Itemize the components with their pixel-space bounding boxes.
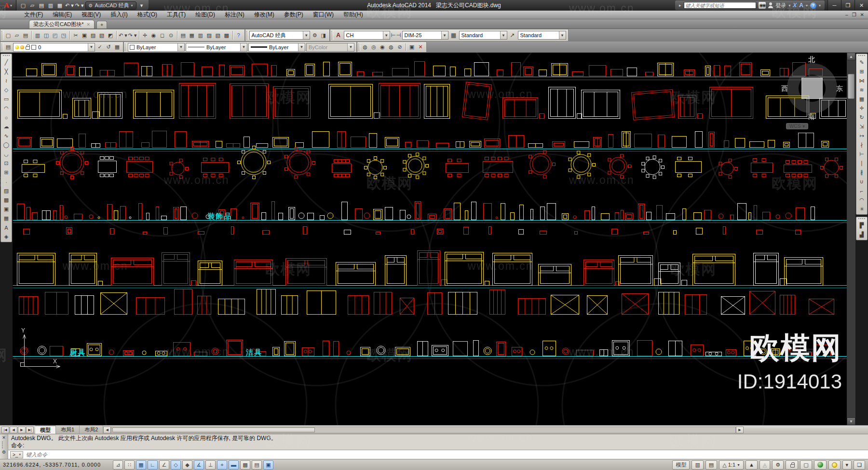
match-properties-icon[interactable]: ▧ bbox=[98, 31, 106, 39]
minimize-button[interactable]: ─ bbox=[827, 0, 841, 11]
search-icon[interactable]: ◉◉ bbox=[759, 2, 766, 9]
qat-redo-icon[interactable]: ↷ ▾ bbox=[75, 1, 84, 9]
polar-toggle[interactable]: ∠ bbox=[159, 460, 169, 470]
layer-previous-icon[interactable]: ↺ bbox=[105, 43, 112, 51]
transparency-toggle[interactable]: ▩ bbox=[240, 460, 250, 470]
designcenter-icon[interactable]: ▦ bbox=[188, 31, 196, 39]
circle-icon[interactable]: ○ bbox=[2, 113, 11, 122]
dim-style-combo[interactable]: DIM-25 ▼ bbox=[402, 31, 448, 40]
scroll-down-icon[interactable]: ▼ bbox=[847, 417, 855, 425]
annotation-visibility-icon[interactable]: ▲ bbox=[746, 460, 758, 470]
save-icon[interactable]: ▤ bbox=[22, 31, 29, 39]
plot-preview-icon[interactable]: ◫ bbox=[42, 31, 50, 39]
view-globe-slash-icon[interactable]: ⊘ bbox=[396, 43, 404, 51]
explode-icon[interactable]: ✳ bbox=[857, 205, 866, 213]
scroll-up-icon[interactable]: ▲ bbox=[847, 53, 855, 60]
layer-combo[interactable]: 0 ▼ bbox=[13, 43, 95, 52]
restore-button[interactable]: ❐ bbox=[841, 0, 854, 11]
menu-item-8[interactable]: 修改(M) bbox=[249, 11, 279, 19]
join-icon[interactable]: ∪ bbox=[857, 178, 866, 186]
hatch-icon[interactable]: ▨ bbox=[2, 187, 11, 195]
qat-plot-icon[interactable]: ▦ bbox=[56, 1, 64, 9]
auto-annotation-icon[interactable]: ◬ bbox=[760, 460, 770, 470]
create-block-icon[interactable]: ⊞ bbox=[2, 168, 11, 177]
layout-tab-布局2[interactable]: 布局2 bbox=[80, 426, 103, 434]
workspace-combo[interactable]: AutoCAD 经典 ▼ bbox=[249, 31, 310, 40]
view-globe-icon-2[interactable]: ◎ bbox=[370, 43, 378, 51]
workspace-switcher[interactable]: ⚙ AutoCAD 经典 ▾ bbox=[85, 1, 136, 10]
menu-item-3[interactable]: 插入(I) bbox=[106, 11, 132, 19]
view-globe-icon-4[interactable]: ◍ bbox=[387, 43, 395, 51]
grid-toggle[interactable]: ▦ bbox=[136, 460, 146, 470]
command-grip[interactable] bbox=[2, 442, 6, 448]
coordinates-display[interactable]: 321696.6224, -53357.7011, 0.0000 bbox=[3, 462, 111, 468]
construction-line-icon[interactable]: ╳ bbox=[2, 68, 11, 76]
vertical-scrollbar[interactable]: ▲ ▼ bbox=[847, 53, 855, 425]
dynamic-input-toggle[interactable]: + bbox=[217, 460, 227, 470]
close-icon[interactable]: ✕ bbox=[87, 22, 91, 27]
new-tab-button[interactable]: + bbox=[96, 21, 107, 28]
clean-screen-icon[interactable]: ❏ bbox=[854, 460, 865, 470]
lineweight-combo[interactable]: ByLayer ▼ bbox=[248, 43, 305, 52]
command-prompt-badge[interactable]: >_ ▾ bbox=[10, 451, 23, 458]
hardware-acceleration-icon[interactable] bbox=[814, 460, 827, 470]
model-space-button[interactable]: 模型 bbox=[672, 460, 690, 470]
toolbar-lock-icon[interactable] bbox=[786, 460, 798, 470]
make-object-layer-current-icon[interactable]: ✓ bbox=[96, 43, 104, 51]
exchange-apps-icon[interactable]: X bbox=[793, 2, 797, 9]
table-style-combo[interactable]: Standard ▼ bbox=[459, 31, 507, 40]
doc-close-button[interactable]: ✕ bbox=[860, 12, 864, 17]
doc-restore-button[interactable]: ❐ bbox=[852, 12, 856, 17]
revision-cloud-icon[interactable]: ☁ bbox=[2, 123, 11, 131]
viewcube-south-label[interactable]: 南 bbox=[808, 112, 815, 121]
workspace-gear-icon[interactable]: ⚙ bbox=[772, 460, 784, 470]
plot-icon[interactable]: ▥ bbox=[34, 31, 41, 39]
layer-states-icon[interactable]: ▦ bbox=[113, 43, 121, 51]
copy-icon[interactable]: ⊞ bbox=[857, 68, 866, 76]
tab-nav-button-0[interactable]: |◀ bbox=[1, 427, 9, 433]
rectangle-icon[interactable]: ▭ bbox=[2, 95, 11, 103]
menu-item-6[interactable]: 绘图(D) bbox=[190, 11, 220, 19]
quick-properties-toggle[interactable]: ▤ bbox=[252, 460, 262, 470]
quick-view-layouts-icon[interactable]: ▥ bbox=[692, 460, 703, 470]
help-icon[interactable]: ? bbox=[810, 2, 816, 9]
tab-nav-button-2[interactable]: ▶ bbox=[18, 427, 26, 433]
toolbar-grip[interactable] bbox=[858, 218, 865, 221]
paste-icon[interactable]: ▨ bbox=[89, 31, 97, 39]
osnap-toggle[interactable]: ◇ bbox=[171, 460, 181, 470]
drawing-canvas[interactable] bbox=[13, 53, 847, 425]
chevron-down-icon[interactable]: ▾ bbox=[806, 3, 808, 8]
isolate-objects-icon[interactable] bbox=[828, 460, 841, 470]
scale-icon[interactable]: ⇲ bbox=[857, 123, 866, 131]
sheetset-icon[interactable]: ▨ bbox=[205, 31, 213, 39]
arc-icon[interactable]: ◠ bbox=[2, 104, 11, 112]
open-icon[interactable]: ▱ bbox=[13, 31, 21, 39]
offset-icon[interactable]: ≋ bbox=[857, 86, 866, 94]
command-close-icon[interactable]: ✕ bbox=[2, 435, 6, 440]
viewcube-east-label[interactable]: 东 bbox=[836, 84, 843, 93]
pan-icon[interactable]: ✛ bbox=[141, 31, 149, 39]
rotate-icon[interactable]: ↻ bbox=[857, 113, 866, 122]
properties-icon[interactable]: ▤ bbox=[179, 31, 187, 39]
group-icon[interactable]: ▣ bbox=[408, 43, 416, 51]
tab-nav-button-1[interactable]: ◀ bbox=[10, 427, 17, 433]
ungroup-icon[interactable]: ✕ bbox=[417, 43, 424, 51]
search-input[interactable] bbox=[684, 2, 756, 9]
chamfer-icon[interactable]: ⌐ bbox=[857, 187, 866, 195]
ellipse-icon[interactable]: ◯ bbox=[2, 141, 11, 149]
wcs-dropdown[interactable]: WCS▾ bbox=[786, 123, 808, 129]
viewcube[interactable]: 北 南 西 东 WCS▾ bbox=[785, 56, 839, 129]
menu-item-1[interactable]: 编辑(E) bbox=[48, 11, 77, 19]
workspace-save-icon[interactable]: ◨ bbox=[320, 31, 327, 39]
redo-icon[interactable]: ↷ ▾ bbox=[128, 31, 137, 39]
toolbar-grip[interactable] bbox=[858, 55, 865, 57]
viewcube-west-label[interactable]: 西 bbox=[781, 84, 788, 93]
view-globe-icon-3[interactable]: ◉ bbox=[379, 43, 386, 51]
point-icon[interactable]: ∙ bbox=[2, 178, 11, 186]
menu-item-2[interactable]: 视图(V) bbox=[77, 11, 106, 19]
infocenter-collapse-icon[interactable]: ▸ bbox=[679, 3, 681, 8]
horizontal-scrollbar[interactable]: ◀ ▶ bbox=[103, 426, 744, 434]
tab-nav-button-3[interactable]: ▶| bbox=[26, 427, 34, 433]
color-combo[interactable]: ByLayer ▼ bbox=[128, 43, 185, 52]
layout-tab-模型[interactable]: 模型 bbox=[35, 426, 56, 434]
